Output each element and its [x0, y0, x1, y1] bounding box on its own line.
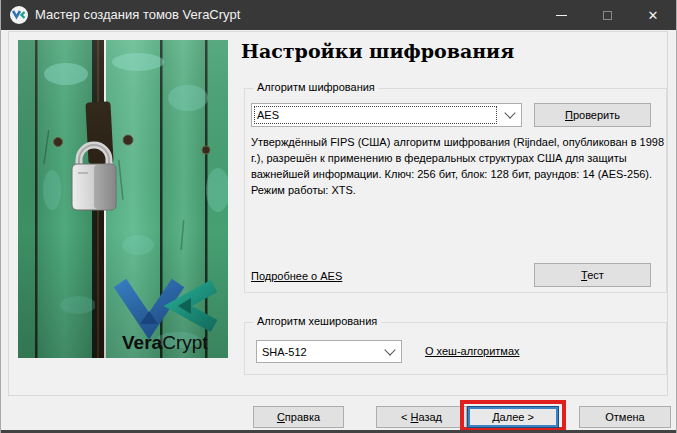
test-button[interactable]: Тест: [534, 263, 651, 287]
encryption-algorithm-select[interactable]: AES: [251, 103, 522, 127]
hash-algorithm-value: SHA-512: [262, 346, 307, 358]
encryption-group-label: Алгоритм шифрования: [253, 81, 379, 93]
cancel-button[interactable]: Отмена: [579, 406, 671, 428]
maximize-button[interactable]: [584, 0, 630, 30]
focus-rectangle: [254, 106, 497, 124]
window-title: Мастер создания томов VeraCrypt: [35, 0, 240, 30]
minimize-button[interactable]: [538, 0, 584, 30]
chevron-down-icon: [504, 107, 515, 118]
next-button[interactable]: Далее >: [467, 406, 559, 428]
titlebar: Мастер создания томов VeraCrypt ✕: [1, 0, 676, 30]
back-button[interactable]: < Назад: [376, 406, 467, 428]
hash-group-label: Алгоритм хеширования: [253, 315, 381, 327]
maximize-icon: [603, 11, 612, 20]
close-icon: ✕: [648, 8, 659, 23]
encryption-algorithm-value: AES: [257, 109, 279, 121]
veracrypt-app-icon: [10, 6, 28, 24]
page-title: Настройки шифрования: [241, 40, 514, 62]
wizard-banner-image: VeraCrypt: [18, 40, 228, 358]
wizard-window: Мастер создания томов VeraCrypt ✕: [0, 0, 677, 433]
close-button[interactable]: ✕: [630, 0, 676, 30]
check-button[interactable]: Проверить: [534, 103, 651, 127]
help-button[interactable]: Справка: [253, 406, 344, 428]
hash-algorithms-link[interactable]: О хеш-алгоритмах: [425, 345, 520, 357]
chevron-down-icon: [384, 344, 395, 355]
more-about-aes-link[interactable]: Подробнее о AES: [251, 270, 342, 282]
minimize-icon: [556, 15, 567, 16]
algorithm-description: Утверждённый FIPS (США) алгоритм шифрова…: [251, 134, 665, 198]
hash-algorithm-select[interactable]: SHA-512: [256, 340, 402, 363]
